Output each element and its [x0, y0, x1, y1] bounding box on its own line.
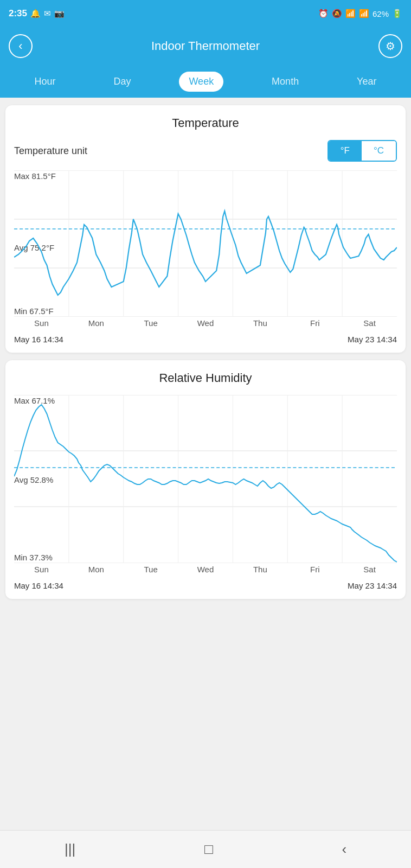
- mail-icon: ✉: [44, 9, 51, 18]
- temp-day-4: Thu: [233, 318, 287, 328]
- battery-text: 62%: [373, 9, 389, 18]
- humidity-card: Relative Humidity Max 67.1% Avg 52.8% Mi…: [5, 360, 406, 599]
- tab-week[interactable]: Week: [179, 72, 223, 92]
- humidity-day-0: Sun: [14, 565, 69, 574]
- temp-date-start: May 16 14:34: [14, 335, 63, 344]
- status-left: 2:35 🔔 ✉ 📷: [9, 8, 65, 19]
- humidity-day-3: Wed: [178, 565, 233, 574]
- temp-day-labels: Sun Mon Tue Wed Thu Fri Sat: [14, 315, 397, 328]
- tab-hour[interactable]: Hour: [24, 72, 65, 92]
- unit-toggle: °F °C: [327, 140, 397, 162]
- bottom-nav: ||| □ ‹: [0, 830, 411, 868]
- humidity-chart-area: Max 67.1% Avg 52.8% Min 37.3%: [14, 395, 397, 590]
- temp-day-3: Wed: [178, 318, 233, 328]
- humidity-day-6: Sat: [342, 565, 397, 574]
- humidity-date-start: May 16 14:34: [14, 581, 63, 590]
- humidity-day-2: Tue: [124, 565, 178, 574]
- back-nav-button[interactable]: ‹: [325, 835, 363, 863]
- humidity-svg-wrap: [14, 395, 397, 563]
- battery-icon: 🔋: [392, 9, 402, 18]
- humidity-date-end: May 23 14:34: [348, 581, 397, 590]
- humidity-day-4: Thu: [233, 565, 287, 574]
- header: ‹ Indoor Thermometer ⚙: [0, 27, 411, 65]
- humidity-title: Relative Humidity: [14, 371, 397, 385]
- temp-day-5: Fri: [287, 318, 342, 328]
- tab-month[interactable]: Month: [262, 72, 309, 92]
- tab-bar: Hour Day Week Month Year: [0, 65, 411, 98]
- status-right: ⏰ 🔕 📶 📶 62% 🔋: [318, 9, 402, 18]
- tab-year[interactable]: Year: [347, 72, 386, 92]
- menu-button[interactable]: |||: [48, 835, 92, 863]
- back-button[interactable]: ‹: [9, 34, 33, 58]
- temp-date-range: May 16 14:34 May 23 14:34: [14, 331, 397, 344]
- tab-day[interactable]: Day: [104, 72, 140, 92]
- home-button[interactable]: □: [188, 835, 229, 863]
- temperature-svg-wrap: [14, 170, 397, 317]
- ring-icon: 🔔: [30, 9, 41, 18]
- temperature-chart-area: Max 81.5°F Avg 75.2°F Min 67.5°F: [14, 170, 397, 344]
- status-bar: 2:35 🔔 ✉ 📷 ⏰ 🔕 📶 📶 62% 🔋: [0, 0, 411, 27]
- bottom-spacer: [0, 607, 411, 650]
- signal-icon: 📶: [359, 9, 369, 18]
- wifi-icon: 📶: [345, 9, 356, 18]
- celsius-button[interactable]: °C: [362, 141, 396, 161]
- gear-icon: ⚙: [386, 40, 395, 53]
- back-icon: ‹: [18, 39, 22, 53]
- humidity-day-labels: Sun Mon Tue Wed Thu Fri Sat: [14, 561, 397, 574]
- humidity-day-5: Fri: [287, 565, 342, 574]
- humidity-svg: [14, 395, 397, 563]
- temperature-title: Temperature: [14, 116, 397, 130]
- temp-day-6: Sat: [342, 318, 397, 328]
- humidity-day-1: Mon: [69, 565, 124, 574]
- temp-day-1: Mon: [69, 318, 124, 328]
- alarm-icon: ⏰: [318, 9, 329, 18]
- temperature-card: Temperature Temperature unit °F °C Max 8…: [5, 105, 406, 353]
- content: Temperature Temperature unit °F °C Max 8…: [0, 105, 411, 661]
- header-title: Indoor Thermometer: [151, 39, 260, 53]
- temp-date-end: May 23 14:34: [348, 335, 397, 344]
- unit-label: Temperature unit: [14, 145, 87, 157]
- unit-row: Temperature unit °F °C: [14, 140, 397, 162]
- temp-day-0: Sun: [14, 318, 69, 328]
- camera-icon: 📷: [54, 9, 65, 18]
- temp-day-2: Tue: [124, 318, 178, 328]
- temperature-svg: [14, 170, 397, 317]
- mute-icon: 🔕: [332, 9, 342, 18]
- status-time: 2:35: [9, 8, 27, 19]
- fahrenheit-button[interactable]: °F: [329, 141, 362, 161]
- humidity-date-range: May 16 14:34 May 23 14:34: [14, 578, 397, 590]
- settings-button[interactable]: ⚙: [378, 34, 402, 58]
